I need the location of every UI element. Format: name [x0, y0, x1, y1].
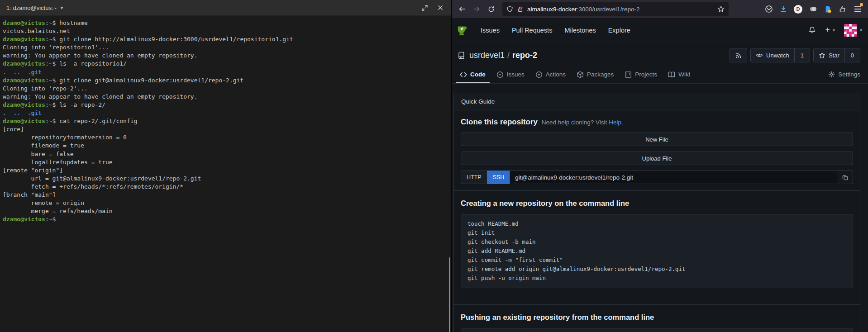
watch-count[interactable]: 1 — [794, 48, 810, 62]
star-button[interactable]: Star 0 — [813, 48, 860, 62]
terminal-command-line: dzamo@victus:~$ — [3, 215, 448, 223]
tab-projects[interactable]: Projects — [620, 66, 661, 83]
terminal-output-line: [core] — [3, 125, 448, 133]
bell-icon[interactable] — [808, 26, 816, 34]
terminal-scrollbar[interactable] — [449, 257, 450, 332]
repo-header: usrdevel1 / repo-2 Unwatch — [452, 42, 868, 66]
create-repo-code-block: touch README.md git init git checkout -b… — [461, 214, 853, 288]
terminal-output-line: victus.balaitus.net — [3, 27, 448, 35]
terminal-output-line: [remote "origin"] — [3, 166, 448, 175]
terminal-output-line: . .. .git — [3, 68, 448, 76]
help-link[interactable]: Help — [609, 119, 621, 126]
user-menu[interactable]: ▾ — [844, 24, 862, 37]
bookmark-star-icon[interactable] — [717, 5, 725, 13]
terminal-output-line: url = git@almalinux9-docker:usrdevel1/re… — [3, 175, 448, 183]
repo-owner-link[interactable]: usrdevel1 — [469, 51, 505, 60]
packages-icon — [577, 71, 584, 78]
clone-url-bar: HTTP SSH git@almalinux9-docker:usrdevel1… — [461, 171, 853, 184]
extension-document-icon[interactable] — [824, 5, 832, 13]
url-bar[interactable]: almalinux9-docker:3000/usrdevel1/repo-2 — [502, 2, 729, 16]
clone-url-input[interactable]: git@almalinux9-docker:usrdevel1/repo-2.g… — [510, 171, 837, 184]
terminal-output-line: logallrefupdates = true — [3, 158, 448, 166]
settings-icon — [828, 71, 835, 78]
terminal-title: 1: dzamo@victus:~ — [6, 5, 57, 11]
clone-help-text: Need help cloning? Visit Help. — [542, 119, 623, 126]
update-notification-dot — [860, 3, 863, 6]
terminal-output-area[interactable]: dzamo@victus:~$ hostnamevictus.balaitus.… — [0, 16, 451, 227]
extension-circles-icon[interactable] — [809, 5, 817, 13]
http-button[interactable]: HTTP — [461, 171, 487, 184]
star-count[interactable]: 0 — [844, 48, 860, 62]
unwatch-button[interactable]: Unwatch 1 — [750, 48, 810, 62]
forward-button[interactable] — [470, 3, 483, 15]
ssh-button[interactable]: SSH — [487, 171, 510, 184]
clone-section: Clone this repository Need help cloning?… — [454, 110, 860, 191]
chevron-down-icon[interactable]: ▾ — [61, 5, 63, 10]
tab-wiki[interactable]: Wiki — [664, 66, 694, 83]
rss-icon — [730, 48, 747, 62]
new-file-button[interactable]: New File — [461, 133, 853, 146]
window-close-icon[interactable] — [438, 5, 443, 10]
nav-item-issues[interactable]: Issues — [481, 27, 500, 34]
tab-label: Wiki — [678, 71, 690, 78]
quick-guide-box: Quick Guide Clone this repository Need h… — [453, 93, 860, 332]
nav-item-explore[interactable]: Explore — [608, 27, 630, 34]
terminal-output-line: Cloning into 'repo-2'... — [3, 85, 448, 93]
tab-packages[interactable]: Packages — [572, 66, 618, 83]
browser-extension-area: D — [765, 5, 865, 14]
terminal-output-line: merge = refs/heads/main — [3, 207, 448, 215]
repo-icon — [458, 52, 465, 59]
terminal-command-line: dzamo@victus:~$ ls -a repo-2/ — [3, 101, 448, 109]
tab-label: Settings — [838, 71, 860, 78]
tab-label: Packages — [587, 71, 614, 78]
terminal-command-line: dzamo@victus:~$ ls -a repositorio1/ — [3, 60, 448, 68]
actions-icon — [535, 71, 543, 78]
pocket-icon[interactable] — [765, 5, 773, 13]
terminal-window: 1: dzamo@victus:~ ▾ dzamo@victus:~$ host… — [0, 0, 451, 332]
terminal-command-line: dzamo@victus:~$ git clone http://almalin… — [3, 35, 448, 43]
upload-file-button[interactable]: Upload File — [461, 152, 853, 165]
browser-window: almalinux9-docker:3000/usrdevel1/repo-2 … — [451, 0, 868, 332]
repo-name-link[interactable]: repo-2 — [512, 51, 537, 60]
copy-button[interactable] — [837, 171, 853, 184]
terminal-output-line: . .. .git — [3, 109, 448, 117]
terminal-titlebar[interactable]: 1: dzamo@victus:~ ▾ — [0, 0, 451, 16]
issues-icon — [496, 71, 504, 78]
terminal-output-line: warning: You appear to have cloned an em… — [3, 52, 448, 60]
reload-button[interactable] — [484, 3, 498, 15]
tab-label: Issues — [507, 71, 525, 78]
code-icon — [460, 71, 467, 78]
extension-thumb-icon[interactable] — [839, 5, 846, 13]
terminal-output-line: bare = false — [3, 150, 448, 158]
tab-label: Actions — [546, 71, 566, 78]
nav-item-milestones[interactable]: Milestones — [564, 27, 596, 34]
tab-label: Code — [470, 71, 486, 78]
tab-code[interactable]: Code — [456, 66, 490, 83]
chevron-down-icon: ▾ — [833, 28, 835, 33]
tab-settings[interactable]: Settings — [824, 66, 864, 83]
terminal-command-line: dzamo@victus:~$ git clone git@almalinux9… — [3, 76, 448, 85]
insecure-lock-icon[interactable] — [517, 6, 524, 13]
window-restore-icon[interactable] — [422, 5, 428, 11]
extension-d-icon[interactable]: D — [794, 5, 802, 14]
create-new-button[interactable]: + ▾ — [825, 25, 835, 35]
star-icon — [819, 52, 825, 59]
gitea-logo[interactable] — [456, 24, 468, 36]
tab-actions[interactable]: Actions — [531, 66, 570, 83]
downloads-icon[interactable] — [780, 5, 787, 13]
nav-item-pull-requests[interactable]: Pull Requests — [512, 27, 552, 34]
push-repo-heading: Pushing an existing repository from the … — [461, 313, 853, 322]
gitea-page: IssuesPull RequestsMilestonesExplore + ▾… — [452, 19, 868, 332]
back-button[interactable] — [455, 3, 469, 15]
create-repo-heading: Creating a new repository on the command… — [461, 199, 853, 208]
terminal-output-line: [branch "main"] — [3, 191, 448, 199]
avatar — [844, 24, 857, 37]
menu-icon[interactable] — [853, 5, 862, 14]
gitea-nav-items: IssuesPull RequestsMilestonesExplore — [481, 27, 630, 34]
tab-issues[interactable]: Issues — [492, 66, 529, 83]
clone-heading: Clone this repository Need help cloning?… — [461, 118, 853, 127]
terminal-output-line: Cloning into 'repositorio1'... — [3, 43, 448, 52]
shield-icon[interactable] — [506, 6, 513, 13]
rss-button[interactable] — [730, 48, 747, 62]
star-label: Star — [829, 52, 839, 59]
